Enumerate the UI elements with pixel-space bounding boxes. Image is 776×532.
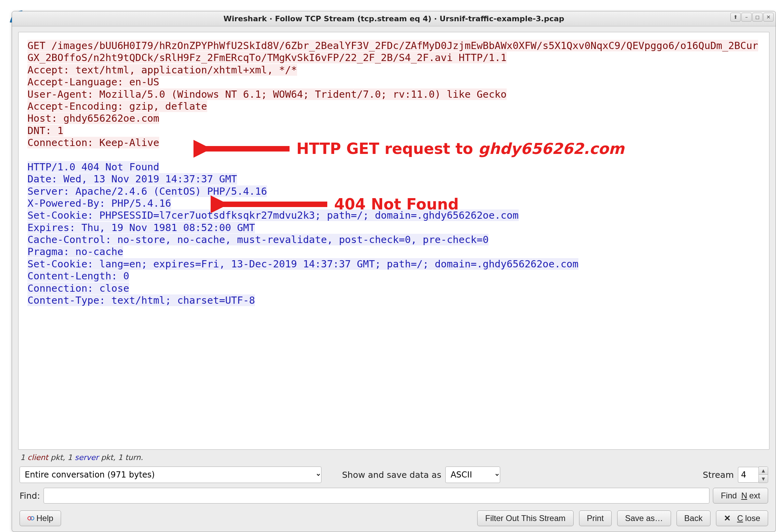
controls-row: Entire conversation (971 bytes) Show and… [18, 464, 769, 485]
conversation-select[interactable]: Entire conversation (971 bytes) [20, 467, 321, 483]
stream-down-button[interactable]: ▼ [759, 475, 768, 483]
print-button[interactable]: Print [579, 510, 612, 526]
help-button[interactable]: Help [20, 510, 61, 526]
client-request-text: GET /images/bUU6H0I79/hRzOnZPYPhWfU2SkId… [27, 40, 758, 148]
back-button[interactable]: Back [677, 510, 710, 526]
window-controls: ⬆ – ◻ ✕ [730, 13, 774, 22]
window-maximize-button[interactable]: ◻ [752, 13, 763, 22]
save-as-button[interactable]: Save as… [617, 510, 671, 526]
window-minimize-button[interactable]: – [741, 13, 752, 22]
stream-content-pane[interactable]: GET /images/bUU6H0I79/hRzOnZPYPhWfU2SkId… [18, 32, 769, 450]
stream-spinbox[interactable]: ▲ ▼ [738, 467, 768, 483]
close-button[interactable]: ✕ Close [716, 510, 768, 526]
button-row: Help Filter Out This Stream Print Save a… [18, 506, 769, 528]
dialog-body: GET /images/bUU6H0I79/hRzOnZPYPhWfU2SkId… [12, 26, 776, 532]
find-next-button[interactable]: Find Next [713, 488, 768, 504]
filter-out-button[interactable]: Filter Out This Stream [477, 510, 573, 526]
window-rollup-button[interactable]: ⬆ [730, 13, 741, 22]
titlebar: Wireshark · Follow TCP Stream (tcp.strea… [12, 11, 776, 26]
find-row: Find: Find Next [18, 485, 769, 506]
close-x-icon: ✕ [724, 513, 731, 523]
annotation-arrow-1 [193, 138, 293, 159]
find-label: Find: [20, 491, 40, 501]
dialog-window: Wireshark · Follow TCP Stream (tcp.strea… [12, 11, 776, 532]
server-response-text: HTTP/1.0 404 Not Found Date: Wed, 13 Nov… [27, 161, 578, 306]
window-title: Wireshark · Follow TCP Stream (tcp.strea… [223, 14, 564, 23]
find-input[interactable] [44, 488, 710, 504]
annotation-text-1: HTTP GET request to ghdy656262.com [296, 140, 624, 157]
help-icon [27, 515, 34, 522]
packet-stats: 1 client pkt, 1 server pkt, 1 turn. [18, 450, 769, 464]
stream-label: Stream [703, 470, 734, 480]
stream-number-input[interactable] [738, 467, 759, 483]
stream-up-button[interactable]: ▲ [759, 467, 768, 475]
show-as-label: Show and save data as [342, 470, 441, 480]
window-close-button[interactable]: ✕ [763, 13, 774, 22]
format-select[interactable]: ASCII [445, 467, 500, 483]
